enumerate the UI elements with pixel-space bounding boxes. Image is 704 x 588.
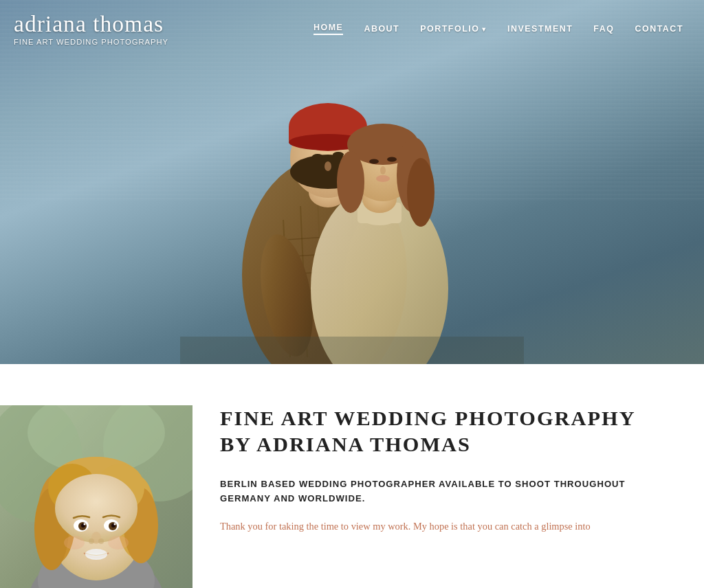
svg-point-16 (312, 154, 323, 159)
portrait-svg (0, 405, 192, 588)
photographer-photo (0, 405, 192, 588)
about-body: Thank you for taking the time to view my… (220, 518, 649, 534)
svg-point-64 (64, 536, 85, 550)
svg-rect-34 (180, 337, 524, 364)
brand: adriana thomas Fine Art Wedding Photogra… (14, 12, 168, 46)
svg-point-18 (324, 161, 331, 171)
brand-tagline: Fine Art Wedding Photography (14, 38, 168, 46)
svg-point-17 (333, 152, 344, 157)
about-section: FINE ART WEDDING PHOTOGRAPHY BY ADRIANA … (0, 364, 704, 588)
nav-item-portfolio[interactable]: PORTFOLIO ▾ (420, 24, 487, 34)
svg-point-58 (84, 523, 86, 525)
svg-point-28 (407, 158, 434, 227)
nav-item-about[interactable]: ABOUT (364, 24, 399, 34)
svg-point-31 (387, 157, 397, 162)
svg-point-30 (369, 159, 379, 164)
svg-point-61 (89, 539, 94, 544)
svg-point-32 (380, 166, 386, 174)
svg-point-29 (337, 151, 364, 213)
nav-item-contact[interactable]: CONTACT (635, 24, 683, 34)
about-subtitle: BERLIN BASED WEDDING PHOTOGRAPHER AVAILA… (220, 477, 649, 506)
chevron-down-icon: ▾ (482, 25, 487, 33)
svg-point-59 (114, 523, 116, 525)
nav-item-investment[interactable]: INVESTMENT (507, 24, 573, 34)
nav-item-faq[interactable]: FAQ (593, 24, 614, 34)
svg-point-65 (108, 536, 129, 550)
site-header: adriana thomas Fine Art Wedding Photogra… (0, 0, 704, 58)
about-text-block: FINE ART WEDDING PHOTOGRAPHY BY ADRIANA … (192, 405, 676, 588)
svg-point-33 (376, 175, 390, 182)
nav-item-home[interactable]: HOME (314, 23, 343, 35)
main-nav: HOME ABOUT PORTFOLIO ▾ INVESTMENT FAQ CO… (314, 23, 683, 35)
svg-point-62 (98, 539, 104, 544)
portrait-bg (0, 405, 192, 588)
brand-name[interactable]: adriana thomas (14, 12, 168, 36)
about-title: FINE ART WEDDING PHOTOGRAPHY BY ADRIANA … (220, 405, 649, 457)
